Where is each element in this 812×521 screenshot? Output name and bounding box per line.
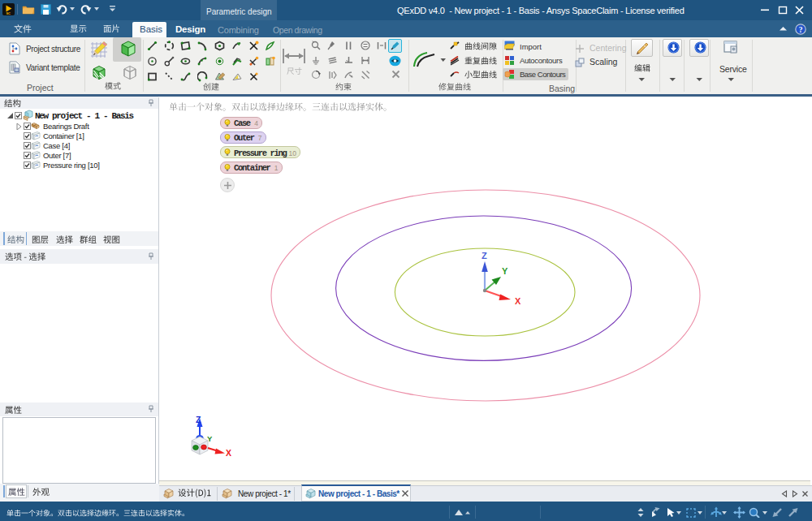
svg-text:Y: Y <box>502 266 508 276</box>
svg-text:?: ? <box>799 26 803 34</box>
svg-text:X: X <box>226 448 231 458</box>
svg-text:Z: Z <box>482 251 487 260</box>
svg-text:X: X <box>515 296 521 306</box>
svg-text:Z: Z <box>196 415 201 424</box>
svg-text:Y: Y <box>207 434 213 443</box>
svg-text:SC: SC <box>6 11 11 15</box>
